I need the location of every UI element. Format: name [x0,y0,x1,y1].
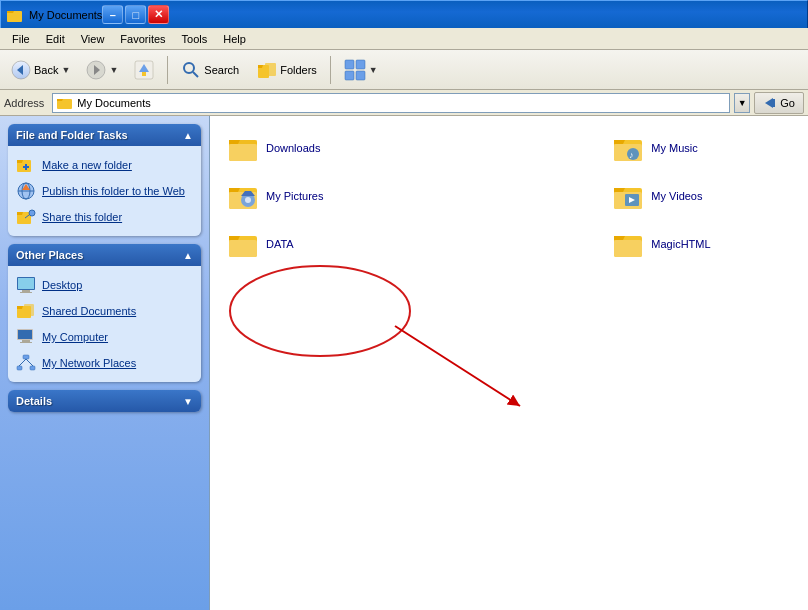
views-icon [344,59,366,81]
folder-data-icon [228,228,260,260]
details-title: Details [16,395,52,407]
back-dropdown-icon[interactable]: ▼ [61,65,70,75]
svg-rect-16 [345,60,354,69]
svg-line-52 [26,359,33,366]
go-arrow-icon [763,96,777,110]
svg-rect-40 [20,292,32,293]
shared-docs-icon [16,301,36,321]
folder-my-pictures[interactable]: My Pictures [222,176,382,216]
new-folder-icon [16,155,36,175]
folder-downloads-icon [228,132,260,164]
views-button[interactable]: ▼ [337,54,385,86]
svg-line-51 [19,359,26,366]
folder-my-pictures-label: My Pictures [266,190,323,202]
other-places-my-computer[interactable]: My Computer [16,324,193,350]
task-share-folder[interactable]: Share this folder [16,204,193,230]
title-bar: My Documents – □ ✕ [0,0,808,28]
svg-rect-39 [22,290,30,292]
back-button[interactable]: Back ▼ [4,54,77,86]
separator-2 [330,56,331,84]
menu-tools[interactable]: Tools [174,31,216,47]
go-button[interactable]: Go [754,92,804,114]
folder-my-music-label: My Music [651,142,697,154]
address-dropdown-button[interactable]: ▼ [734,93,750,113]
views-dropdown-icon[interactable]: ▼ [369,65,378,75]
other-places-body: Desktop Shared Documents [8,266,201,382]
details-panel: Details [8,390,201,412]
folder-my-music[interactable]: ♪ My Music [607,128,767,168]
separator-1 [167,56,168,84]
file-folder-tasks-title: File and Folder Tasks [16,129,128,141]
other-places-my-computer-label: My Computer [42,331,108,343]
back-label: Back [34,64,58,76]
up-button[interactable] [127,54,161,86]
menu-file[interactable]: File [4,31,38,47]
forward-icon [86,60,106,80]
window-title: My Documents [29,9,102,21]
search-label: Search [204,64,239,76]
folders-label: Folders [280,64,317,76]
folder-grid: Downloads ♪ My Music [222,128,796,264]
minimize-button[interactable]: – [102,5,123,24]
file-folder-tasks-body: Make a new folder Publish this folder to… [8,146,201,236]
other-places-header[interactable]: Other Places [8,244,201,266]
forward-dropdown-icon[interactable]: ▼ [109,65,118,75]
details-collapse-icon [183,395,193,407]
task-share-label: Share this folder [42,211,122,223]
search-icon [181,60,201,80]
other-places-title: Other Places [16,249,83,261]
other-places-desktop[interactable]: Desktop [16,272,193,298]
folder-data[interactable]: DATA [222,224,382,264]
svg-marker-22 [765,98,773,108]
task-publish-folder[interactable]: Publish this folder to the Web [16,178,193,204]
other-places-shared-docs-label: Shared Documents [42,305,136,317]
folder-my-videos[interactable]: My Videos [607,176,767,216]
folder-magichtml-label: MagicHTML [651,238,710,250]
other-places-network-label: My Network Places [42,357,136,369]
folder-magichtml[interactable]: MagicHTML [607,224,767,264]
menu-favorites[interactable]: Favorites [112,31,173,47]
search-button[interactable]: Search [174,54,246,86]
svg-rect-38 [18,278,34,289]
folder-my-pictures-icon [228,180,260,212]
content-area: Downloads ♪ My Music [210,116,808,610]
other-places-network[interactable]: My Network Places [16,350,193,376]
svg-rect-15 [265,63,276,76]
grid-spacer-3 [415,224,435,264]
folder-magichtml-icon [613,228,645,260]
svg-marker-42 [17,306,23,309]
address-folder-icon [57,95,73,111]
file-folder-tasks-collapse-icon [183,129,193,141]
title-bar-buttons: – □ ✕ [102,5,169,24]
other-places-collapse-icon [183,249,193,261]
svg-rect-50 [30,366,35,370]
svg-line-80 [395,326,520,406]
svg-line-12 [193,72,198,77]
maximize-button[interactable]: □ [125,5,146,24]
main-area: File and Folder Tasks Make a new folder [0,116,808,610]
svg-rect-43 [24,304,34,316]
address-input[interactable]: My Documents [52,93,730,113]
menu-view[interactable]: View [73,31,113,47]
other-places-shared-docs[interactable]: Shared Documents [16,298,193,324]
left-panel: File and Folder Tasks Make a new folder [0,116,210,610]
folder-downloads[interactable]: Downloads [222,128,382,168]
folders-button[interactable]: Folders [250,54,324,86]
task-new-folder[interactable]: Make a new folder [16,152,193,178]
menu-help[interactable]: Help [215,31,254,47]
go-label: Go [780,97,795,109]
back-icon [11,60,31,80]
task-new-folder-label: Make a new folder [42,159,132,171]
details-header[interactable]: Details [8,390,201,412]
folders-icon [257,60,277,80]
address-path-text: My Documents [77,97,150,109]
file-folder-tasks-header[interactable]: File and Folder Tasks [8,124,201,146]
address-label: Address [4,97,44,109]
forward-button[interactable]: ▼ [81,54,123,86]
svg-text:♪: ♪ [629,150,634,160]
menu-edit[interactable]: Edit [38,31,73,47]
computer-icon [16,327,36,347]
share-icon [16,207,36,227]
close-button[interactable]: ✕ [148,5,169,24]
svg-rect-47 [20,342,32,343]
